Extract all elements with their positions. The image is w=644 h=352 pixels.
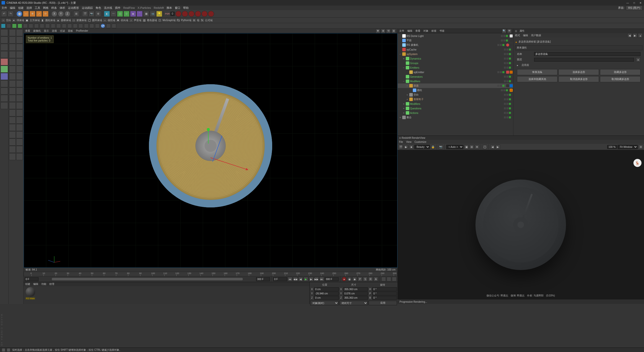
object-row[interactable]: +Actions	[398, 111, 513, 115]
field-sphere[interactable]: ●	[12, 18, 16, 23]
vp-menu-camera[interactable]: 摄像机	[33, 29, 41, 33]
visibility-flag-render[interactable]	[500, 44, 502, 46]
visibility-flag-editor[interactable]	[504, 62, 506, 64]
cube-primitive[interactable]: ◧	[104, 11, 110, 17]
visibility-flag-editor[interactable]	[504, 53, 506, 55]
object-row[interactable]: −xpSystem	[398, 52, 513, 56]
object-row[interactable]: +Modifiers	[398, 102, 513, 106]
texture-mode-icon[interactable]	[1, 44, 8, 51]
attr-next-icon[interactable]: ▶	[633, 33, 637, 38]
enable-flag[interactable]	[509, 53, 511, 55]
palette-34[interactable]	[16, 146, 23, 153]
palette-11[interactable]	[9, 66, 16, 73]
next-frame-button[interactable]: ▶	[309, 277, 313, 281]
enable-flag[interactable]	[502, 44, 504, 46]
vp-menu-display[interactable]: 显示	[44, 29, 49, 33]
obj-tab-bm[interactable]: 书签	[439, 29, 445, 33]
rv-lock-icon[interactable]: 🔒	[431, 145, 435, 149]
palette-26[interactable]	[16, 117, 23, 124]
menu-select[interactable]: 选择	[26, 6, 32, 10]
object-row[interactable]: −容器	[398, 83, 513, 88]
tag-icon[interactable]	[510, 71, 513, 74]
timeline-current-input[interactable]	[273, 277, 287, 281]
object-row[interactable]: +Dynamics	[398, 56, 513, 61]
menu-edit[interactable]: 编辑	[10, 6, 15, 10]
field-sound[interactable]: ♪	[129, 18, 133, 23]
object-row[interactable]: RS 摄像机	[398, 43, 513, 47]
model-mode-icon[interactable]	[1, 36, 8, 43]
palette-28[interactable]	[16, 124, 23, 131]
expand-icon[interactable]: −	[403, 66, 405, 69]
obj-filter-icon[interactable]: 👁	[507, 29, 512, 33]
expand-icon[interactable]: −	[399, 53, 401, 56]
floor-button[interactable]: ▦	[143, 11, 149, 17]
mat-tab-func[interactable]: 功能	[41, 282, 46, 286]
rv-stop-button[interactable]: ■	[409, 145, 414, 149]
menu-pipeline[interactable]: 流水线	[104, 6, 112, 10]
menu-create[interactable]: 创建	[18, 6, 24, 10]
rv-hist-next-icon[interactable]: ▶	[496, 145, 500, 149]
palette-31[interactable]	[9, 139, 16, 146]
x-axis-lock[interactable]: X	[51, 11, 57, 17]
xp-btn-13[interactable]	[67, 24, 72, 28]
attr-layer-input[interactable]	[534, 58, 634, 62]
enable-flag[interactable]	[506, 89, 508, 91]
palette-32[interactable]	[16, 139, 23, 146]
coord-input[interactable]	[314, 287, 339, 291]
visibility-flag-editor[interactable]	[504, 116, 506, 118]
palette-20[interactable]	[16, 95, 23, 102]
vp-nav-4[interactable]: ⊞	[391, 29, 396, 33]
xp-btn-1[interactable]	[1, 24, 6, 28]
record-key-6[interactable]	[208, 11, 214, 17]
palette-35[interactable]	[9, 153, 16, 160]
object-row[interactable]: xpCache	[398, 47, 513, 52]
axis-mode-icon[interactable]	[1, 80, 8, 87]
palette-8[interactable]	[16, 51, 23, 58]
palette-2[interactable]	[16, 29, 23, 36]
xp-btn-20[interactable]	[106, 24, 111, 28]
prev-frame-button[interactable]: ◀	[298, 277, 303, 281]
palette-29[interactable]	[9, 131, 16, 138]
subdivision-button[interactable]: ◫	[117, 11, 123, 17]
record-key-4[interactable]	[195, 11, 201, 17]
rv-grid-icon[interactable]: ⊞	[469, 145, 474, 149]
expand-icon[interactable]: +	[399, 116, 401, 119]
coord-input[interactable]	[372, 292, 397, 295]
visibility-flag-render[interactable]	[500, 85, 502, 87]
enable-flag[interactable]	[509, 112, 511, 114]
visibility-flag-render[interactable]	[503, 89, 505, 91]
xp-btn-11[interactable]	[56, 24, 61, 28]
expand-icon[interactable]: +	[403, 57, 405, 60]
object-row[interactable]: +Questions	[398, 106, 513, 111]
enable-flag[interactable]	[509, 49, 511, 51]
mat-tab-create[interactable]: 创建	[25, 282, 30, 286]
vp-menu-prorender[interactable]: ProRender	[76, 29, 88, 32]
coords-world-select[interactable]: 绝对尺寸	[339, 301, 368, 305]
object-row[interactable]: Groups	[398, 61, 513, 65]
attr-tab-user[interactable]: 用户数据	[531, 34, 541, 37]
render-pict-button[interactable]: 📷	[89, 11, 95, 17]
keyframe-sel-button[interactable]: ◆	[352, 277, 357, 281]
extrude-button[interactable]: ◆	[130, 11, 136, 17]
field-group[interactable]: ⧉	[192, 18, 196, 23]
visibility-flag-render[interactable]	[506, 103, 508, 105]
field-mograph[interactable]: ⬡	[157, 18, 162, 23]
palette-6[interactable]	[16, 44, 23, 51]
key-s-button[interactable]: S	[363, 277, 368, 281]
move-tool[interactable]: ✥	[29, 11, 35, 17]
field-torus[interactable]: ◯	[87, 18, 92, 23]
tag-icon[interactable]	[510, 89, 513, 92]
close-button[interactable]: ✕	[639, 2, 641, 4]
rv-region-icon[interactable]: ▣	[464, 145, 469, 149]
live-select-tool[interactable]: ⬤	[16, 11, 22, 17]
enable-flag[interactable]	[509, 107, 511, 109]
tag-icon[interactable]	[506, 84, 509, 87]
menu-plugins[interactable]: 插件	[115, 6, 120, 10]
palette-15[interactable]	[9, 80, 16, 87]
palette-12[interactable]	[16, 66, 23, 73]
palette-21[interactable]	[9, 102, 16, 109]
goto-end-button[interactable]: ⏭	[319, 277, 324, 281]
obj-tab-edit[interactable]: 编辑	[407, 29, 412, 33]
field-label-13[interactable]: 组	[197, 19, 199, 22]
render-view-button[interactable]: 🎬	[82, 11, 88, 17]
